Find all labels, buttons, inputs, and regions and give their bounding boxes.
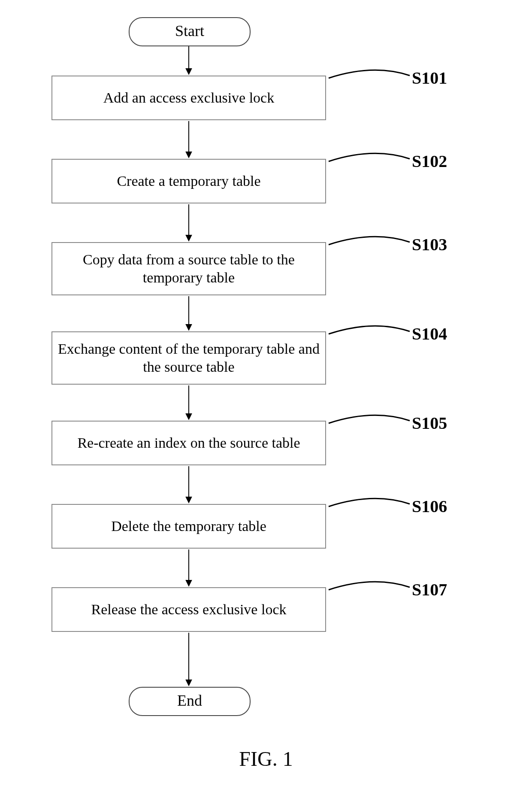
terminal-end-label: End xyxy=(177,692,202,709)
process-step-text: Re-create an index on the source table xyxy=(77,422,300,464)
process-step-s102: Create a temporary table xyxy=(51,159,326,203)
process-step-s105: Re-create an index on the source table xyxy=(51,421,326,465)
process-step-text: Release the access exclusive lock xyxy=(91,588,286,631)
process-step-s101: Add an access exclusive lock xyxy=(51,76,326,120)
step-label-s105: S105 xyxy=(412,413,447,433)
step-label-s102: S102 xyxy=(412,151,447,171)
process-step-text: Create a temporary table xyxy=(117,160,260,203)
step-label-s104: S104 xyxy=(412,324,447,344)
process-step-s107: Release the access exclusive lock xyxy=(51,587,326,632)
terminal-start: Start xyxy=(129,17,251,46)
process-step-s104: Exchange content of the temporary table … xyxy=(51,331,326,385)
step-label-s107: S107 xyxy=(412,580,447,600)
process-step-s103: Copy data from a source table to the tem… xyxy=(51,242,326,295)
process-step-text: Delete the temporary table xyxy=(111,505,266,548)
step-label-s106: S106 xyxy=(412,496,447,516)
step-label-s101: S101 xyxy=(412,68,447,88)
step-label-s103: S103 xyxy=(412,234,447,255)
terminal-start-label: Start xyxy=(175,22,204,39)
figure-page: Start Add an access exclusive lock S101 … xyxy=(0,0,532,801)
process-step-text: Add an access exclusive lock xyxy=(103,76,274,119)
process-step-text: Exchange content of the temporary table … xyxy=(57,340,320,376)
figure-label: FIG. 1 xyxy=(0,747,532,771)
process-step-text: Copy data from a source table to the tem… xyxy=(57,251,320,287)
terminal-end: End xyxy=(129,687,251,716)
process-step-s106: Delete the temporary table xyxy=(51,504,326,549)
